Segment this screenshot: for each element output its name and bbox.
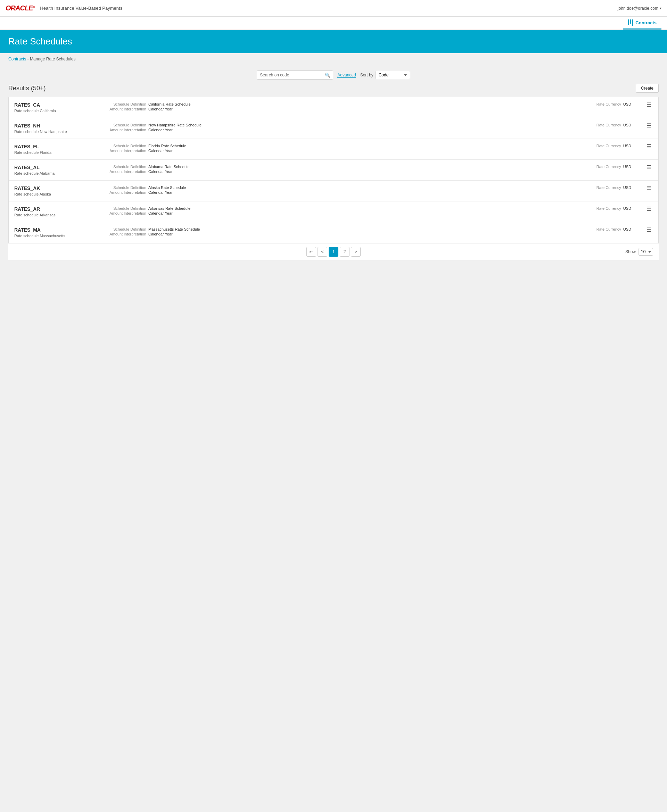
currency-label-4: Rate Currency (596, 165, 621, 169)
sort-by-select[interactable]: Code Name (375, 71, 410, 79)
item-sched-def-4: Schedule Definition Alabama Rate Schedul… (98, 165, 596, 169)
currency-field-6: Rate Currency USD (596, 206, 631, 210)
amt-interp-value-3: Calendar Year (148, 149, 173, 153)
search-bar: 🔍 Advanced Sort by Code Name (0, 65, 667, 82)
item-amt-interp-5: Amount Interpretation Calendar Year (98, 190, 596, 194)
advanced-search-link[interactable]: Advanced (337, 73, 356, 78)
sched-def-value-5: Alaska Rate Schedule (148, 186, 186, 190)
user-area: john.doe@oracle.com ▾ (618, 6, 662, 11)
currency-section-3: Rate Currency USD (596, 144, 631, 148)
pagination-next[interactable]: > (351, 247, 361, 257)
item-middle-3: Schedule Definition Florida Rate Schedul… (84, 144, 596, 153)
pagination-page-2[interactable]: 2 (340, 247, 350, 257)
sched-def-value-2: New Hampshire Rate Schedule (148, 123, 201, 127)
currency-value-2: USD (623, 123, 631, 127)
currency-value-1: USD (623, 102, 631, 106)
sched-def-label-1: Schedule Definition (98, 102, 146, 106)
nav-tab-bar: Contracts (0, 17, 667, 30)
item-menu-icon-1[interactable]: ☰ (645, 102, 653, 108)
item-sched-def-0: Schedule Definition Massachusetts Rate S… (98, 227, 596, 231)
breadcrumb: Contracts - Manage Rate Schedules (0, 53, 667, 65)
sched-def-label-5: Schedule Definition (98, 186, 146, 190)
item-desc-4: Rate schedule Alabama (14, 171, 84, 176)
item-right-6: Rate Currency USD ☰ (596, 206, 653, 212)
amt-interp-value-5: Calendar Year (148, 190, 173, 194)
sched-def-value-4: Alabama Rate Schedule (148, 165, 190, 169)
results-area: Results (50+) Create RATES_CA Rate sched… (0, 82, 667, 266)
item-left-0: RATES_MA Rate schedule Massachusetts (14, 227, 84, 238)
search-input[interactable] (257, 71, 333, 80)
user-dropdown-arrow[interactable]: ▾ (660, 6, 662, 10)
currency-section-4: Rate Currency USD (596, 165, 631, 169)
sched-def-label-4: Schedule Definition (98, 165, 146, 169)
breadcrumb-contracts-link[interactable]: Contracts (8, 56, 26, 61)
pagination: ⇤ < 1 2 > Show 10 25 50 (8, 243, 659, 260)
currency-section-1: Rate Currency USD (596, 102, 631, 106)
item-code-0: RATES_MA (14, 227, 84, 233)
item-menu-icon-2[interactable]: ☰ (645, 123, 653, 129)
item-menu-icon-4[interactable]: ☰ (645, 165, 653, 170)
currency-section-6: Rate Currency USD (596, 206, 631, 210)
currency-label-6: Rate Currency (596, 206, 621, 210)
amt-interp-value-2: Calendar Year (148, 128, 173, 132)
top-nav: ORACLE® Health Insurance Value-Based Pay… (0, 0, 667, 17)
currency-label-5: Rate Currency (596, 186, 621, 190)
sched-def-label-3: Schedule Definition (98, 144, 146, 148)
item-middle-6: Schedule Definition Arkansas Rate Schedu… (84, 206, 596, 215)
contracts-tab-icon (628, 20, 633, 26)
currency-value-3: USD (623, 144, 631, 148)
item-menu-icon-6[interactable]: ☰ (645, 206, 653, 212)
item-sched-def-3: Schedule Definition Florida Rate Schedul… (98, 144, 596, 148)
sort-by-label: Sort by (360, 73, 373, 78)
currency-section-5: Rate Currency USD (596, 186, 631, 190)
sched-def-value-3: Florida Rate Schedule (148, 144, 186, 148)
item-sched-def-5: Schedule Definition Alaska Rate Schedule (98, 186, 596, 190)
item-left-3: RATES_FL Rate schedule Florida (14, 144, 84, 154)
pagination-center: ⇤ < 1 2 > (306, 247, 361, 257)
contracts-nav-tab[interactable]: Contracts (623, 17, 662, 30)
amt-interp-value-4: Calendar Year (148, 169, 173, 174)
list-container: RATES_CA Rate schedule California Schedu… (8, 97, 659, 243)
sort-by-area: Sort by Code Name (360, 71, 410, 79)
list-item: RATES_FL Rate schedule Florida Schedule … (9, 139, 658, 160)
pagination-prev[interactable]: < (317, 247, 327, 257)
currency-field-3: Rate Currency USD (596, 144, 631, 148)
list-item: RATES_AR Rate schedule Arkansas Schedule… (9, 201, 658, 222)
currency-label-3: Rate Currency (596, 144, 621, 148)
item-amt-interp-4: Amount Interpretation Calendar Year (98, 169, 596, 174)
item-right-3: Rate Currency USD ☰ (596, 144, 653, 149)
item-amt-interp-0: Amount Interpretation Calendar Year (98, 232, 596, 236)
item-amt-interp-1: Amount Interpretation Calendar Year (98, 107, 596, 111)
list-item: RATES_AL Rate schedule Alabama Schedule … (9, 160, 658, 181)
show-select[interactable]: 10 25 50 (639, 248, 653, 255)
item-middle-2: Schedule Definition New Hampshire Rate S… (84, 123, 596, 132)
currency-label-1: Rate Currency (596, 102, 621, 106)
item-right-2: Rate Currency USD ☰ (596, 123, 653, 129)
item-amt-interp-6: Amount Interpretation Calendar Year (98, 211, 596, 215)
page-title: Rate Schedules (8, 36, 659, 47)
pagination-first[interactable]: ⇤ (306, 247, 316, 257)
pagination-page-1[interactable]: 1 (329, 247, 338, 257)
item-menu-icon-3[interactable]: ☰ (645, 144, 653, 149)
currency-field-1: Rate Currency USD (596, 102, 631, 106)
item-left-6: RATES_AR Rate schedule Arkansas (14, 206, 84, 217)
amt-interp-label-6: Amount Interpretation (98, 211, 146, 215)
app-title: Health Insurance Value-Based Payments (40, 5, 122, 11)
results-header: Results (50+) Create (8, 84, 659, 93)
sched-def-label-0: Schedule Definition (98, 227, 146, 231)
item-desc-3: Rate schedule Florida (14, 151, 84, 154)
amt-interp-label-5: Amount Interpretation (98, 190, 146, 194)
item-middle-5: Schedule Definition Alaska Rate Schedule… (84, 186, 596, 194)
create-button[interactable]: Create (636, 84, 659, 93)
results-count: Results (50+) (8, 85, 46, 92)
currency-section-0: Rate Currency USD (596, 227, 631, 231)
item-desc-1: Rate schedule California (14, 109, 84, 113)
item-amt-interp-2: Amount Interpretation Calendar Year (98, 128, 596, 132)
currency-field-5: Rate Currency USD (596, 186, 631, 190)
currency-section-2: Rate Currency USD (596, 123, 631, 127)
item-menu-icon-5[interactable]: ☰ (645, 186, 653, 191)
item-desc-0: Rate schedule Massachusetts (14, 234, 84, 238)
item-menu-icon-0[interactable]: ☰ (645, 227, 653, 233)
sched-def-value-0: Massachusetts Rate Schedule (148, 227, 200, 231)
amt-interp-label-3: Amount Interpretation (98, 149, 146, 153)
